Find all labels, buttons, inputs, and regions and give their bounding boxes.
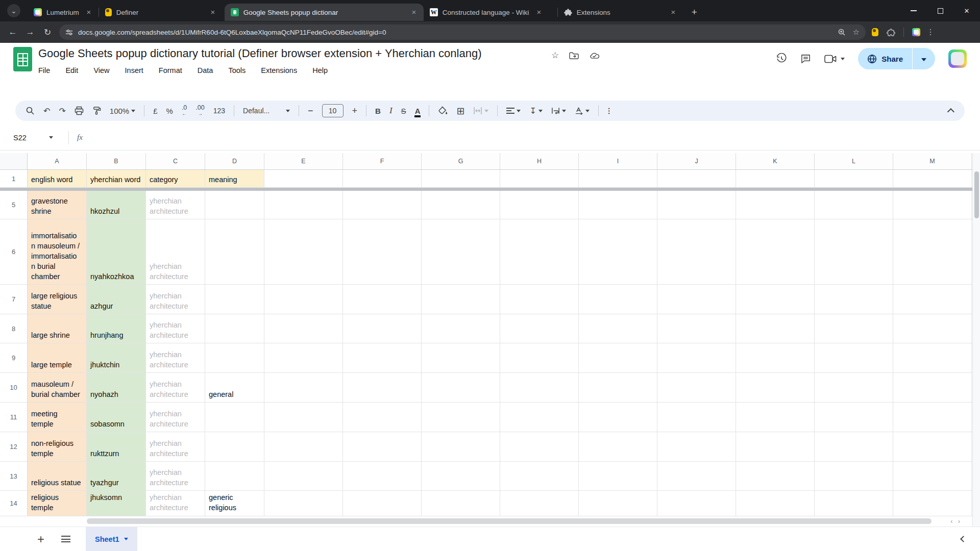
column-header-a[interactable]: A xyxy=(28,153,87,169)
text-wrap-button[interactable] xyxy=(551,107,566,114)
meet-button[interactable] xyxy=(824,55,845,63)
cell[interactable]: yherchian architecture xyxy=(146,373,205,402)
cell[interactable]: sobasomn xyxy=(87,403,146,432)
font-size-input[interactable]: 10 xyxy=(322,104,344,117)
vertical-scrollbar[interactable] xyxy=(972,153,980,551)
zoom-select[interactable]: 100% xyxy=(110,107,135,115)
row-header[interactable]: 13 xyxy=(0,462,28,490)
empty-cells[interactable] xyxy=(264,343,972,372)
merge-cells-button[interactable] xyxy=(473,107,488,115)
undo-icon[interactable]: ↶ xyxy=(43,106,50,116)
empty-cells[interactable] xyxy=(264,314,972,343)
comments-icon[interactable] xyxy=(800,54,811,64)
all-sheets-icon[interactable] xyxy=(61,536,70,542)
minimize-button[interactable] xyxy=(900,0,927,21)
toolbar-more-icon[interactable]: … xyxy=(607,107,616,115)
lumetrium-extension-icon[interactable] xyxy=(912,28,920,36)
row-header[interactable]: 11 xyxy=(0,403,28,432)
menu-format[interactable]: Format xyxy=(159,66,182,74)
scroll-arrows[interactable]: ‹› xyxy=(950,517,965,525)
cell[interactable]: azhgur xyxy=(87,285,146,314)
move-folder-icon[interactable] xyxy=(569,52,579,60)
new-tab-button[interactable]: + xyxy=(692,7,697,18)
empty-cells[interactable] xyxy=(264,373,972,402)
horizontal-scrollbar-thumb[interactable] xyxy=(87,518,932,524)
cell[interactable]: meaning xyxy=(205,170,264,187)
row-header[interactable]: 9 xyxy=(0,343,28,372)
cell[interactable]: large temple xyxy=(28,343,87,372)
row-header[interactable]: 8 xyxy=(0,314,28,343)
cell[interactable]: large religious statue xyxy=(28,285,87,314)
version-history-icon[interactable] xyxy=(776,53,787,64)
account-avatar[interactable] xyxy=(948,49,967,68)
column-header-g[interactable]: G xyxy=(422,153,500,169)
menu-edit[interactable]: Edit xyxy=(65,66,78,74)
cell[interactable]: religious temple xyxy=(28,491,87,516)
cell[interactable]: tyazhgur xyxy=(87,462,146,490)
tab-definer[interactable]: Definer × xyxy=(99,4,225,21)
share-dropdown[interactable] xyxy=(913,54,935,63)
cell[interactable]: yherchian architecture xyxy=(146,462,205,490)
bookmark-star-icon[interactable]: ☆ xyxy=(853,28,860,37)
menu-help[interactable]: Help xyxy=(312,66,328,74)
column-header-h[interactable]: H xyxy=(500,153,579,169)
menu-file[interactable]: File xyxy=(38,66,50,74)
column-header-j[interactable]: J xyxy=(657,153,736,169)
column-header-k[interactable]: K xyxy=(736,153,815,169)
menu-data[interactable]: Data xyxy=(198,66,213,74)
column-header-e[interactable]: E xyxy=(264,153,343,169)
cell[interactable]: gravestone shrine xyxy=(28,191,87,219)
row-header[interactable]: 10 xyxy=(0,373,28,402)
strikethrough-button[interactable]: S xyxy=(401,107,406,115)
column-header-f[interactable]: F xyxy=(343,153,422,169)
sheets-logo[interactable] xyxy=(13,47,32,71)
close-tab-icon[interactable]: × xyxy=(84,8,93,17)
empty-cells[interactable] xyxy=(264,432,972,461)
empty-cells[interactable] xyxy=(264,403,972,432)
cell[interactable]: generic religious xyxy=(205,491,264,516)
tab-wikipedia[interactable]: W Constructed language - Wikipe × xyxy=(424,4,557,21)
empty-cells[interactable] xyxy=(264,170,972,187)
menu-tools[interactable]: Tools xyxy=(228,66,246,74)
column-header-l[interactable]: L xyxy=(815,153,893,169)
fill-color-icon[interactable] xyxy=(438,106,448,115)
cell[interactable]: mausoleum / burial chamber xyxy=(28,373,87,402)
italic-button[interactable]: I xyxy=(389,106,393,116)
print-icon[interactable] xyxy=(75,106,84,115)
star-icon[interactable]: ☆ xyxy=(551,50,559,61)
reload-icon[interactable]: ↻ xyxy=(39,27,56,38)
row-header[interactable]: 14 xyxy=(0,491,28,516)
cell[interactable] xyxy=(205,403,264,432)
cell[interactable]: yherchian architecture xyxy=(146,432,205,461)
row-header[interactable]: 6 xyxy=(0,219,28,284)
zoom-icon[interactable] xyxy=(838,28,846,36)
vertical-align-button[interactable]: ↧ xyxy=(529,106,542,116)
add-sheet-button[interactable]: + xyxy=(32,532,50,546)
cell[interactable]: yherchian architecture xyxy=(146,314,205,343)
close-tab-icon[interactable]: × xyxy=(208,8,217,17)
tab-search-button[interactable]: ⌄ xyxy=(7,4,20,17)
text-color-button[interactable]: A xyxy=(415,107,421,115)
row-header[interactable]: 1 xyxy=(0,170,28,187)
back-icon[interactable]: ← xyxy=(4,27,21,37)
paint-format-icon[interactable] xyxy=(92,106,101,115)
cell[interactable]: yherchian architecture xyxy=(146,285,205,314)
tab-extensions[interactable]: Extensions × xyxy=(558,4,684,21)
cell[interactable] xyxy=(205,432,264,461)
maximize-button[interactable] xyxy=(927,0,953,21)
number-format-button[interactable]: 123 xyxy=(213,107,225,115)
format-percent-button[interactable]: % xyxy=(166,107,173,115)
cell[interactable]: religious statue xyxy=(28,462,87,490)
cell[interactable]: rukttzurn xyxy=(87,432,146,461)
definer-extension-icon[interactable] xyxy=(872,28,878,36)
column-header-m[interactable]: M xyxy=(893,153,972,169)
cell[interactable]: non-religious temple xyxy=(28,432,87,461)
vertical-scrollbar-thumb[interactable] xyxy=(974,171,979,218)
bold-button[interactable]: B xyxy=(375,107,381,115)
cell[interactable]: category xyxy=(146,170,205,187)
collapse-panel-icon[interactable] xyxy=(960,536,967,542)
empty-cells[interactable] xyxy=(264,462,972,490)
cell[interactable]: yherchian architecture xyxy=(146,191,205,219)
cell[interactable]: yherchian architecture xyxy=(146,219,205,284)
cell[interactable]: yherchian word xyxy=(87,170,146,187)
